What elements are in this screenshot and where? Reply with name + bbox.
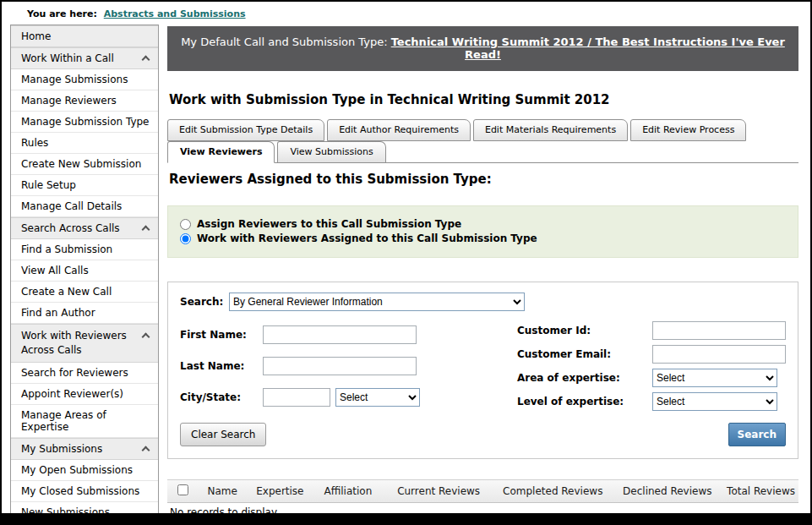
column-header-affiliation: Affiliation — [313, 480, 383, 503]
search-button[interactable]: Search — [728, 423, 786, 446]
sidebar-item-label: My Submissions — [21, 443, 102, 455]
tab-strip-row-2: View Reviewers View Submissions — [167, 141, 798, 163]
sidebar-item-label: Manage Submissions — [21, 74, 128, 85]
radio-label: Assign Reviewers to this Call Submission… — [197, 218, 461, 230]
level-of-expertise-select[interactable]: Select — [652, 392, 777, 411]
area-of-expertise-label: Area of expertise: — [517, 372, 644, 384]
first-name-label: First Name: — [180, 329, 254, 341]
sidebar-section-work-within-a-call[interactable]: Work Within a Call — [11, 47, 158, 69]
column-header-completed-reviews: Completed Reviews — [494, 480, 611, 503]
column-header-expertise: Expertise — [247, 480, 313, 503]
customer-id-input[interactable] — [652, 321, 786, 340]
sidebar-item-label: View All Calls — [21, 265, 89, 276]
sidebar-item-appoint-reviewers[interactable]: Appoint Reviewer(s) — [11, 384, 158, 405]
sidebar-item-label: Create a New Call — [21, 286, 112, 298]
sidebar-item-label: Work with Reviewers Across Calls — [21, 329, 127, 358]
sidebar-item-label: Search Across Calls — [21, 222, 120, 234]
default-call-link[interactable]: Technical Writing Summit 2012 / The Best… — [391, 36, 785, 61]
sidebar-item-manage-areas-of-expertise[interactable]: Manage Areas of Expertise — [11, 405, 158, 438]
sidebar-item-manage-reviewers[interactable]: Manage Reviewers — [11, 90, 158, 112]
breadcrumb: You are here: Abstracts and Submissions — [2, 2, 810, 25]
sidebar-item-label: Manage Areas of Expertise — [21, 409, 106, 433]
customer-email-input[interactable] — [652, 345, 786, 364]
chevron-up-icon — [142, 226, 150, 234]
tab-strip-row-1: Edit Submission Type Details Edit Author… — [167, 119, 798, 141]
column-header-declined-reviews: Declined Reviews — [611, 480, 723, 503]
area-of-expertise-select[interactable]: Select — [652, 369, 777, 387]
sidebar-item-label: Search for Reviewers — [21, 367, 128, 379]
sidebar-item-create-a-new-call[interactable]: Create a New Call — [11, 282, 158, 303]
sidebar-item-label: Rule Setup — [21, 179, 76, 191]
radio-assign-reviewers-input[interactable] — [180, 219, 191, 230]
application-window: You are here: Abstracts and Submissions … — [0, 0, 812, 525]
search-fields-left-column: First Name: Last Name: City/State: Selec… — [180, 321, 420, 411]
column-header-current-reviews: Current Reviews — [383, 480, 494, 503]
search-fields-right-column: Customer Id: Customer Email: Area of exp… — [517, 321, 786, 411]
default-call-banner: My Default Call and Submission Type: Tec… — [167, 26, 798, 71]
select-all-checkbox[interactable] — [177, 484, 188, 495]
sidebar-item-manage-submission-type[interactable]: Manage Submission Type — [11, 112, 158, 133]
radio-label: Work with Reviewers Assigned to this Cal… — [197, 232, 537, 244]
customer-email-label: Customer Email: — [517, 348, 644, 360]
main-layout: Home Work Within a Call Manage Submissio… — [2, 25, 810, 524]
tab-edit-submission-type-details[interactable]: Edit Submission Type Details — [167, 119, 324, 141]
main-content: My Default Call and Submission Type: Tec… — [167, 25, 798, 524]
customer-id-label: Customer Id: — [517, 325, 644, 336]
tab-edit-review-process[interactable]: Edit Review Process — [630, 119, 746, 141]
select-all-column-header — [167, 480, 198, 503]
sidebar-item-find-a-submission[interactable]: Find a Submission — [11, 239, 158, 260]
tab-edit-author-requirements[interactable]: Edit Author Requirements — [327, 119, 471, 141]
sidebar-item-label: Manage Call Details — [21, 200, 122, 212]
sidebar-item-rule-setup[interactable]: Rule Setup — [11, 175, 158, 196]
page-title: Work with Submission Type in Technical W… — [169, 92, 798, 107]
sidebar-item-label: Find a Submission — [21, 243, 112, 255]
sidebar-item-label: Home — [21, 30, 51, 42]
sidebar-item-my-open-submissions[interactable]: My Open Submissions — [11, 460, 158, 481]
sidebar-item-label: Rules — [21, 137, 48, 149]
radio-work-with-reviewers[interactable]: Work with Reviewers Assigned to this Cal… — [180, 232, 786, 244]
state-select[interactable]: Select — [335, 388, 420, 407]
radio-work-with-reviewers-input[interactable] — [180, 233, 191, 244]
sidebar-item-manage-call-details[interactable]: Manage Call Details — [11, 196, 158, 217]
tab-view-submissions[interactable]: View Submissions — [277, 141, 385, 162]
tab-view-reviewers[interactable]: View Reviewers — [167, 141, 275, 163]
sidebar-item-find-an-author[interactable]: Find an Author — [11, 303, 158, 324]
column-header-name: Name — [198, 480, 247, 503]
sidebar-item-rules[interactable]: Rules — [11, 133, 158, 154]
last-name-input[interactable] — [263, 357, 417, 375]
search-by-row: Search: By General Reviewer Information — [180, 293, 786, 311]
sidebar-item-label: Appoint Reviewer(s) — [21, 388, 123, 400]
sidebar-item-view-all-calls[interactable]: View All Calls — [11, 260, 158, 282]
sidebar-item-manage-submissions[interactable]: Manage Submissions — [11, 69, 158, 90]
tab-edit-materials-requirements[interactable]: Edit Materials Requirements — [473, 119, 628, 141]
clear-search-button[interactable]: Clear Search — [180, 423, 266, 446]
chevron-up-icon — [142, 446, 150, 455]
column-header-total-reviews: Total Reviews — [723, 480, 798, 503]
search-by-select[interactable]: By General Reviewer Information — [229, 293, 525, 311]
search-buttons-row: Clear Search Search — [180, 423, 786, 446]
search-fields: First Name: Last Name: City/State: Selec… — [180, 321, 786, 411]
sidebar-section-work-with-reviewers-across-calls[interactable]: Work with Reviewers Across Calls — [11, 324, 158, 363]
last-name-label: Last Name: — [180, 360, 254, 372]
sidebar-item-label: Manage Reviewers — [21, 95, 117, 107]
sidebar-section-search-across-calls[interactable]: Search Across Calls — [11, 217, 158, 239]
reviewer-mode-panel: Assign Reviewers to this Call Submission… — [167, 205, 798, 258]
sidebar-section-my-submissions[interactable]: My Submissions — [11, 438, 158, 460]
bottom-bar — [2, 513, 810, 523]
breadcrumb-link[interactable]: Abstracts and Submissions — [104, 8, 246, 19]
first-name-input[interactable] — [263, 325, 417, 344]
search-panel: Search: By General Reviewer Information … — [167, 282, 798, 459]
sidebar-item-label: My Open Submissions — [21, 464, 133, 476]
sidebar-item-create-new-submission[interactable]: Create New Submission — [11, 154, 158, 175]
radio-assign-reviewers[interactable]: Assign Reviewers to this Call Submission… — [180, 218, 786, 230]
sidebar: Home Work Within a Call Manage Submissio… — [10, 25, 159, 523]
breadcrumb-prefix: You are here: — [27, 8, 97, 19]
sidebar-item-my-closed-submissions[interactable]: My Closed Submissions — [11, 481, 158, 502]
level-of-expertise-label: Level of expertise: — [517, 396, 644, 407]
chevron-up-icon — [142, 333, 150, 342]
section-title: Reviewers Assigned to this Submission Ty… — [169, 172, 798, 187]
sidebar-item-search-for-reviewers[interactable]: Search for Reviewers — [11, 363, 158, 384]
sidebar-item-home[interactable]: Home — [11, 25, 158, 47]
sidebar-item-label: Manage Submission Type — [21, 116, 150, 128]
city-input[interactable] — [263, 388, 330, 407]
